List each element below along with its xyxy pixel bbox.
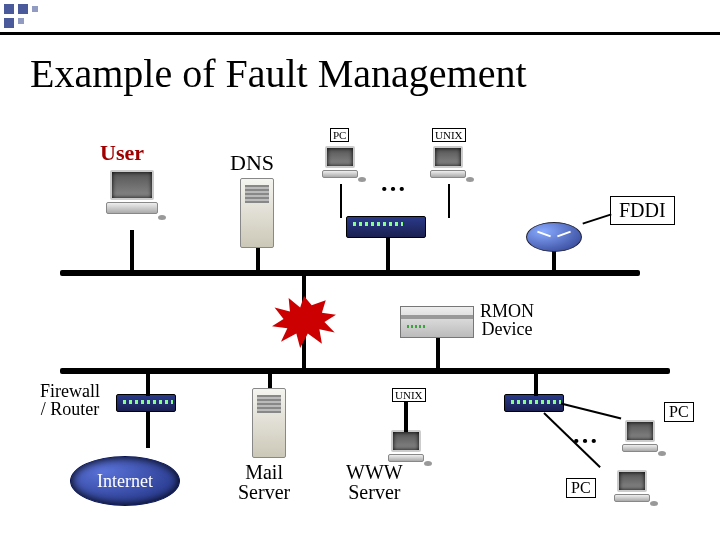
pc-br1-icon — [620, 420, 660, 456]
fddi-label: FDDI — [610, 196, 675, 225]
slide-title: Example of Fault Management — [30, 50, 527, 97]
unix-tag-top: UNIX — [432, 128, 466, 142]
pc-tag-top: PC — [330, 128, 349, 142]
ellipsis-top: … — [380, 168, 408, 198]
pc-tag-br1: PC — [664, 402, 694, 422]
unix-bottom-line — [404, 402, 408, 432]
internet-label: Internet — [97, 471, 153, 492]
rmon-label: RMON Device — [480, 302, 534, 338]
mail-label: Mail Server — [238, 462, 290, 502]
user-computer-icon — [104, 170, 160, 220]
fault-starburst-icon — [272, 296, 336, 348]
dns-server-icon — [240, 178, 274, 248]
lower-bus-line — [60, 368, 670, 374]
firewall-up-line — [146, 372, 150, 396]
mail-server-icon — [252, 388, 286, 458]
pc-to-hub-line-1 — [340, 184, 342, 218]
rmon-device-icon — [400, 306, 474, 338]
user-label: User — [100, 140, 144, 166]
pc-br2-icon — [612, 470, 652, 506]
unix-tag-bottom: UNIX — [392, 388, 426, 402]
user-drop-line — [130, 230, 134, 270]
firewall-router-icon — [116, 394, 176, 412]
dns-label: DNS — [230, 150, 274, 176]
title-rule — [0, 32, 720, 35]
pc-top-icon — [320, 146, 360, 182]
fddi-connector-line — [582, 213, 611, 224]
firewall-label: Firewall / Router — [40, 382, 100, 418]
internet-cloud-icon: Internet — [70, 456, 180, 506]
pc-tag-br2: PC — [566, 478, 596, 498]
pc-to-hub-line-2 — [448, 184, 450, 218]
hub-drop-line — [386, 238, 390, 272]
fddi-router-icon — [526, 222, 582, 252]
firewall-down-line — [146, 412, 150, 448]
pc-br1-line — [561, 403, 622, 420]
slide-corner-deco — [4, 4, 64, 32]
unix-top-icon — [428, 146, 468, 182]
rmon-drop-line — [436, 338, 440, 368]
www-label: WWW Server — [346, 462, 403, 502]
upper-hub-icon — [346, 216, 426, 238]
lower-hub-icon — [504, 394, 564, 412]
lower-hub-up-line — [534, 372, 538, 396]
